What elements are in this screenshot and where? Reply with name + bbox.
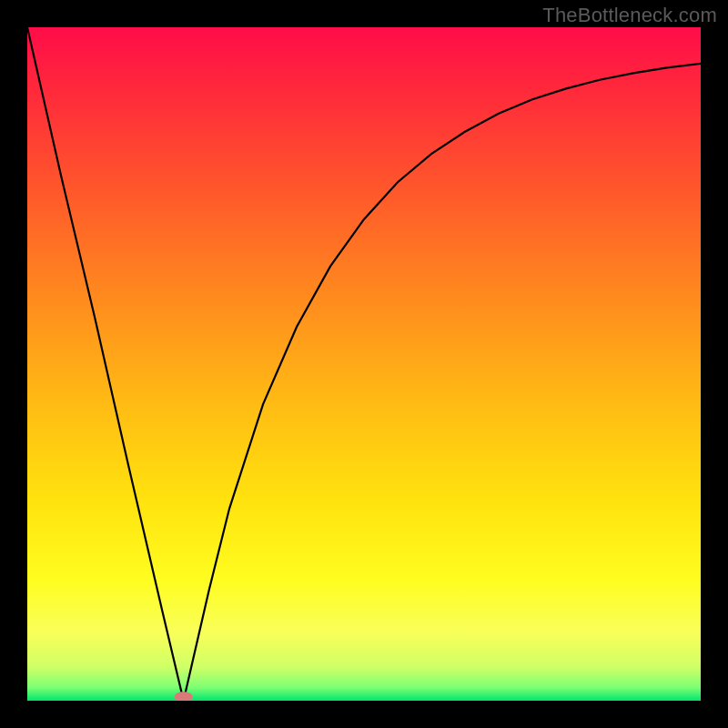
bottleneck-curve [27,27,701,701]
plot-area [27,27,701,701]
attribution-text: TheBottleneck.com [542,4,717,27]
minimum-marker [175,692,193,701]
chart-frame: TheBottleneck.com [0,0,728,728]
curve-svg [27,27,701,701]
